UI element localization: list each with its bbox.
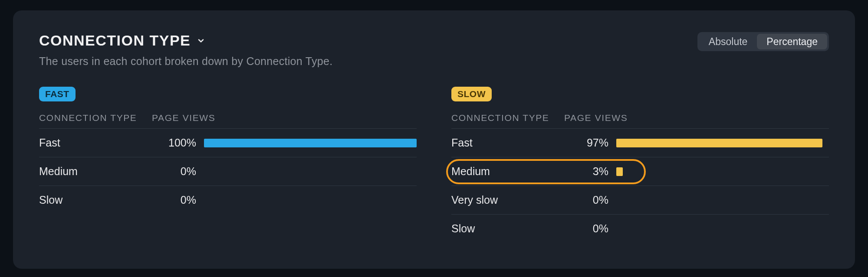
table-row[interactable]: Medium3% [451,157,829,186]
row-bar-track [616,139,829,147]
table-row[interactable]: Slow0% [451,214,829,243]
row-bar-track [616,225,829,233]
col-header-page-views: PAGE VIEWS [152,113,417,123]
row-label: Medium [39,165,152,178]
row-percent: 0% [152,194,204,206]
cohort-badge-slow: SLOW [451,87,492,101]
col-header-page-views: PAGE VIEWS [564,113,829,123]
row-label: Medium [451,165,564,178]
row-bar-track [616,167,829,176]
panel-subtitle: The users in each cohort broken down by … [39,55,332,68]
row-bar-fill [616,167,623,176]
table-row[interactable]: Slow0% [39,186,417,214]
col-header-connection-type: CONNECTION TYPE [451,113,564,123]
row-bar-fill [204,139,417,147]
table-header: CONNECTION TYPEPAGE VIEWS [451,113,829,128]
cohort-badge-fast: FAST [39,87,76,101]
row-bar-track [616,196,829,205]
row-percent: 97% [564,137,616,149]
row-label: Fast [39,137,152,149]
table-row[interactable]: Fast100% [39,128,417,157]
row-label: Slow [451,222,564,235]
row-percent: 0% [564,222,616,235]
row-bar-track [204,139,417,147]
table-row[interactable]: Fast97% [451,128,829,157]
toggle-percentage[interactable]: Percentage [757,34,827,49]
row-label: Fast [451,137,564,149]
connection-type-panel: CONNECTION TYPE The users in each cohort… [13,10,855,269]
table-header: CONNECTION TYPEPAGE VIEWS [39,113,417,128]
row-label: Very slow [451,194,564,206]
row-percent: 0% [152,165,204,178]
toggle-absolute[interactable]: Absolute [699,34,757,49]
cohort-fast: FASTCONNECTION TYPEPAGE VIEWSFast100%Med… [39,87,417,243]
row-bar-fill [616,139,822,147]
cohort-slow: SLOWCONNECTION TYPEPAGE VIEWSFast97%Medi… [451,87,829,243]
row-percent: 3% [564,165,616,178]
row-label: Slow [39,194,152,206]
row-bar-track [204,167,417,176]
panel-header: CONNECTION TYPE The users in each cohort… [39,32,829,68]
col-header-connection-type: CONNECTION TYPE [39,113,152,123]
panel-title-dropdown[interactable]: CONNECTION TYPE [39,32,332,49]
row-percent: 0% [564,194,616,206]
row-bar-track [204,196,417,205]
display-mode-toggle: AbsolutePercentage [697,32,829,51]
table-row[interactable]: Medium0% [39,157,417,186]
table-row[interactable]: Very slow0% [451,186,829,214]
panel-title: CONNECTION TYPE [39,32,191,49]
row-percent: 100% [152,137,204,149]
chevron-down-icon [197,36,205,45]
